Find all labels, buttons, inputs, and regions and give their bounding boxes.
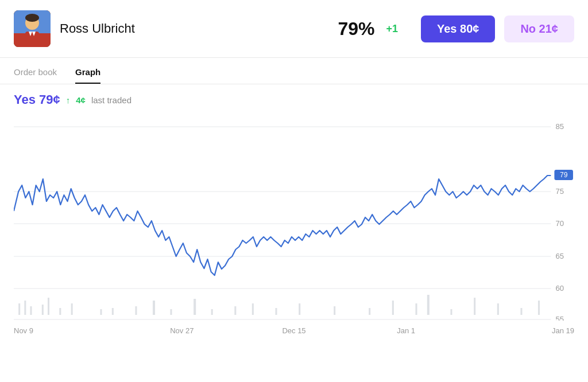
svg-rect-34 — [194, 299, 196, 315]
svg-text:70: 70 — [555, 219, 564, 228]
chart-area: 85 75 70 65 60 55 79 — [14, 114, 574, 338]
x-axis: Nov 9 Nov 27 Dec 15 Jan 1 Jan 19 — [14, 323, 574, 335]
x-label-nov27: Nov 27 — [126, 326, 238, 335]
probability-change: +1 — [386, 23, 398, 35]
price-header: Yes 79¢ ↑ 4¢ last traded — [0, 84, 588, 111]
svg-rect-27 — [59, 308, 61, 315]
svg-rect-31 — [135, 306, 137, 315]
svg-point-4 — [25, 14, 39, 22]
svg-rect-48 — [520, 308, 522, 315]
svg-rect-41 — [369, 308, 370, 315]
svg-rect-38 — [275, 308, 277, 315]
svg-rect-30 — [112, 308, 114, 315]
x-label-nov9: Nov 9 — [14, 326, 126, 335]
yes-button[interactable]: Yes 80¢ — [421, 15, 495, 42]
svg-text:65: 65 — [555, 252, 564, 260]
svg-rect-33 — [170, 309, 172, 315]
svg-rect-32 — [153, 301, 155, 315]
svg-text:85: 85 — [555, 122, 564, 131]
svg-text:79: 79 — [560, 171, 568, 179]
svg-rect-36 — [234, 306, 236, 315]
header: Ross Ulbricht 79% +1 Yes 80¢ No 21¢ — [0, 0, 588, 58]
svg-rect-49 — [538, 301, 540, 315]
svg-rect-5 — [25, 32, 39, 42]
avatar — [14, 10, 51, 47]
svg-rect-24 — [30, 306, 32, 315]
tabs-bar: Order book Graph — [0, 60, 588, 84]
svg-rect-26 — [48, 298, 49, 315]
price-arrow-icon: ↑ — [66, 95, 71, 105]
svg-rect-35 — [211, 309, 213, 315]
svg-rect-37 — [252, 303, 254, 315]
tab-graph[interactable]: Graph — [75, 60, 100, 84]
price-change-value: 4¢ — [76, 95, 86, 105]
svg-text:60: 60 — [555, 284, 564, 293]
svg-rect-28 — [71, 303, 73, 315]
svg-rect-29 — [100, 309, 102, 315]
svg-rect-45 — [450, 309, 452, 315]
price-chart: 85 75 70 65 60 55 79 — [14, 114, 574, 321]
svg-rect-47 — [497, 303, 499, 315]
svg-rect-42 — [392, 301, 394, 315]
svg-text:55: 55 — [555, 315, 564, 321]
svg-rect-25 — [42, 305, 44, 315]
svg-rect-39 — [299, 303, 300, 315]
no-button[interactable]: No 21¢ — [504, 15, 574, 42]
svg-rect-46 — [474, 298, 475, 315]
subject-name: Ross Ulbricht — [60, 21, 328, 36]
x-label-dec15: Dec 15 — [238, 326, 350, 335]
svg-rect-40 — [334, 306, 335, 315]
svg-text:75: 75 — [555, 187, 564, 196]
last-traded-label: last traded — [91, 95, 131, 105]
x-label-jan19: Jan 19 — [462, 326, 574, 335]
svg-rect-44 — [427, 295, 430, 315]
probability-display: 79% — [338, 18, 374, 40]
tab-order-book[interactable]: Order book — [14, 60, 57, 84]
svg-rect-22 — [18, 303, 20, 315]
yes-price-label: Yes 79¢ — [14, 92, 60, 107]
svg-rect-43 — [415, 303, 417, 315]
x-label-jan1: Jan 1 — [350, 326, 462, 335]
svg-rect-23 — [24, 301, 26, 315]
